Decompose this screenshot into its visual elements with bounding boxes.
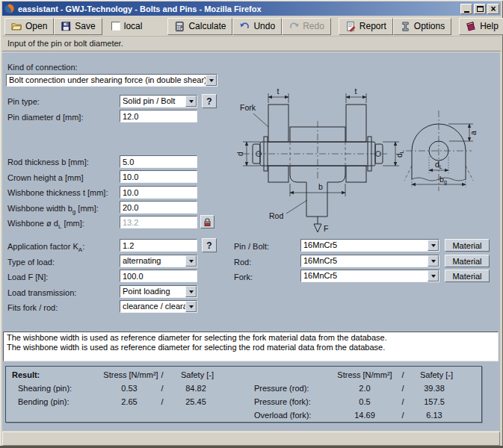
calculate-button[interactable]: Calculate [167, 18, 232, 35]
result-safety-value: 6.13 [406, 411, 463, 420]
type-of-load-label: Type of load: [7, 258, 55, 267]
pin-diameter-input[interactable] [120, 110, 197, 122]
load-f-input[interactable] [120, 270, 197, 282]
application-factor-input[interactable] [120, 239, 197, 252]
wishbone-width-label: Wishbone width bg [mm]: [7, 204, 99, 217]
report-button[interactable]: Report [339, 18, 393, 35]
material-pin-bolt-button[interactable]: Material [445, 239, 490, 252]
close-icon: × [490, 4, 496, 13]
result-row-label: Shearing (pin): [18, 384, 72, 393]
svg-text:a: a [469, 131, 478, 135]
report-button-label: Report [359, 21, 386, 31]
result-stress-value: 14.69 [335, 411, 395, 420]
crown-height-label: Crown height a [mm] [7, 173, 83, 182]
material-rod-label: Rod: [234, 258, 251, 267]
local-checkbox-group[interactable]: local [111, 21, 143, 31]
chevron-down-icon[interactable] [185, 286, 197, 297]
svg-text:b: b [318, 182, 323, 191]
maximize-button[interactable] [474, 4, 486, 14]
load-transmission-select[interactable]: Point loading [120, 285, 197, 298]
type-of-load-select[interactable]: alternating [120, 255, 197, 267]
svg-text:dL: dL [435, 160, 442, 170]
results-col-safety: Safety [-] [408, 370, 465, 379]
chevron-down-icon[interactable] [206, 75, 217, 86]
material-rod-select[interactable]: 16MnCr5 [300, 255, 439, 267]
material-fork-select[interactable]: 16MnCr5 [300, 270, 439, 282]
results-col-sep: / [158, 370, 167, 379]
wishbone-diameter-label: Wishbone ø dL [mm]: [7, 219, 84, 231]
open-button-label: Open [25, 21, 47, 31]
close-button[interactable]: × [487, 4, 499, 14]
material-rod-button[interactable]: Material [445, 255, 490, 267]
redo-button[interactable]: Redo [282, 18, 331, 35]
results-col-safety: Safety [-] [169, 370, 226, 379]
pin-type-help-button[interactable]: ? [202, 94, 217, 108]
wishbone-width-input[interactable] [120, 201, 197, 214]
info-box: The wishbone width is used as reference … [3, 332, 499, 361]
info-line: The wishbone width is used as reference … [7, 333, 495, 343]
pin-diameter-label: Pin diameter d [mm]: [7, 113, 83, 122]
result-stress-value: 0.53 [99, 384, 159, 393]
pin-type-label: Pin type: [7, 97, 40, 106]
save-button-label: Save [75, 21, 95, 31]
svg-text:dL: dL [395, 150, 405, 158]
chevron-down-icon[interactable] [185, 255, 197, 267]
firefox-icon [4, 3, 15, 14]
fits-fork-rod-select[interactable]: clearance / clearance [120, 300, 197, 313]
chevron-down-icon[interactable] [428, 255, 439, 267]
local-checkbox[interactable] [111, 22, 120, 31]
result-row-label: Pressure (rod): [254, 384, 309, 393]
open-button[interactable]: Open [4, 18, 54, 35]
result-safety-value: 25.45 [172, 397, 220, 406]
crown-height-input[interactable] [120, 170, 197, 183]
redo-button-label: Redo [303, 21, 324, 31]
save-floppy-icon [61, 21, 72, 32]
wishbone-diameter-input [120, 216, 197, 228]
fits-fork-rod-label: Fits fork / rod: [7, 303, 58, 312]
maximize-icon [477, 6, 484, 12]
titlebar[interactable]: eassistant - GWJ-Technology - Bolts and … [2, 1, 501, 16]
wishbone-thickness-label: Wishbone thickness t [mm]: [7, 188, 108, 197]
result-stress-value: 0.5 [335, 397, 395, 406]
options-button-label: Options [414, 21, 445, 31]
chevron-down-icon[interactable] [428, 240, 439, 251]
chevron-down-icon[interactable] [428, 270, 439, 281]
result-row-label: Bending (pin): [18, 397, 70, 406]
open-folder-icon [11, 21, 22, 32]
result-stress-value: 2.65 [99, 397, 159, 406]
material-fork-button[interactable]: Material [445, 270, 490, 282]
kind-of-connection-select[interactable]: Bolt connection under shearing force (in… [6, 74, 217, 87]
lock-button[interactable] [200, 215, 215, 228]
save-button[interactable]: Save [54, 18, 102, 35]
status-message: Input of the pin or bolt diameter. [2, 37, 501, 51]
options-tool-icon [400, 21, 411, 32]
undo-button[interactable]: Undo [232, 18, 282, 35]
calculate-button-label: Calculate [188, 21, 226, 31]
application-factor-help-button[interactable]: ? [202, 238, 217, 252]
results-col-stress: Stress [N/mm²] [93, 370, 168, 379]
rod-thickness-input[interactable] [120, 155, 197, 168]
result-sep: / [158, 384, 167, 393]
svg-text:F: F [324, 224, 328, 233]
calculator-icon [174, 21, 185, 32]
options-button[interactable]: Options [393, 18, 451, 35]
bolt-connection-diagram: t t d dL b Fork Rod [228, 67, 503, 237]
report-document-icon [345, 21, 357, 32]
load-transmission-label: Load transmission: [7, 288, 76, 297]
chevron-down-icon[interactable] [185, 301, 197, 312]
pin-type-select[interactable]: Solid pin / Bolt [120, 95, 197, 108]
results-col-stress: Stress [N/mm²] [327, 370, 402, 379]
load-f-label: Load F [N]: [7, 273, 48, 281]
undo-arrow-icon [239, 21, 250, 32]
help-button-label: Help [480, 21, 499, 31]
minimize-button[interactable] [460, 4, 472, 14]
result-sep: / [158, 397, 167, 406]
help-button[interactable]: Help [459, 18, 503, 35]
wishbone-thickness-input[interactable] [120, 186, 197, 199]
bottom-status-bar [2, 432, 500, 446]
material-fork-label: Fork: [234, 273, 253, 281]
material-pin-bolt-select[interactable]: 16MnCr5 [300, 239, 439, 252]
chevron-down-icon[interactable] [185, 96, 197, 107]
result-safety-value: 157.5 [406, 397, 463, 406]
result-row-label: Overload (fork): [254, 411, 311, 420]
